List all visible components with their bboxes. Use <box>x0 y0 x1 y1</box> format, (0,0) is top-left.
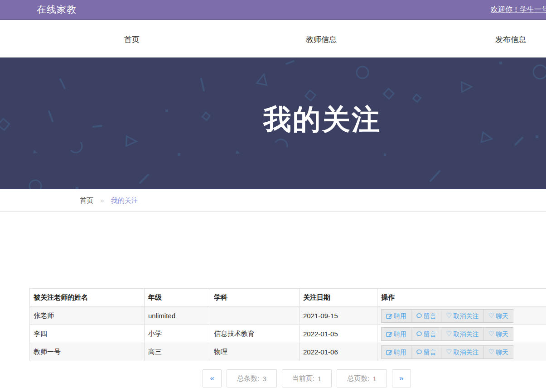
heart-icon: ♡ <box>446 349 452 355</box>
topbar: 在线家教 欢迎你！学生一号 <box>0 0 546 20</box>
main-nav: 首页 教师信息 发布信息 <box>0 21 546 57</box>
breadcrumb: 首页 » 我的关注 <box>80 196 138 205</box>
chat-button[interactable]: ♡ 聊天 <box>483 345 513 359</box>
hire-button[interactable]: 聘用 <box>381 327 411 341</box>
pagination-current-page: 当前页: 1 <box>282 369 332 387</box>
chat-button[interactable]: ♡ 聊天 <box>483 327 513 341</box>
hire-button[interactable]: 聘用 <box>381 345 411 359</box>
pagination: « 总条数: 3 当前页: 1 总页数: 1 » <box>29 369 546 387</box>
message-button[interactable]: 留言 <box>411 345 441 359</box>
nav-item-teacher-info[interactable]: 教师信息 <box>306 34 337 44</box>
nav-item-home[interactable]: 首页 <box>124 34 140 44</box>
col-header-subject: 学科 <box>210 289 300 307</box>
breadcrumb-separator: » <box>100 196 104 204</box>
cell-subject <box>210 307 300 325</box>
heart-icon: ♡ <box>488 349 494 355</box>
cell-grade: 高三 <box>145 343 210 361</box>
col-header-actions: 操作 <box>377 289 546 307</box>
chat-button[interactable]: ♡ 聊天 <box>483 309 513 323</box>
nav-item-publish-info[interactable]: 发布信息 <box>495 34 526 44</box>
table-row: 张老师 unlimited 2021-09-15 聘用 留言 <box>30 307 546 325</box>
pagination-next-button[interactable]: » <box>392 369 411 387</box>
edit-icon <box>386 313 392 319</box>
welcome-user-link[interactable]: 欢迎你！学生一号 <box>491 5 546 14</box>
heart-icon: ♡ <box>488 330 494 337</box>
message-button[interactable]: 留言 <box>411 309 441 323</box>
pagination-prev-button[interactable]: « <box>203 369 222 387</box>
pagination-total-pages: 总页数: 1 <box>337 369 387 387</box>
cell-teacher-name: 李四 <box>30 325 145 343</box>
table-header-row: 被关注老师的姓名 年级 学科 关注日期 操作 <box>30 289 546 307</box>
edit-icon <box>386 349 392 355</box>
follows-table-wrap: 被关注老师的姓名 年级 学科 关注日期 操作 张老师 unlimited 202… <box>29 288 546 361</box>
breadcrumb-home-link[interactable]: 首页 <box>80 196 93 204</box>
comment-icon <box>416 349 422 355</box>
col-header-teacher-name: 被关注老师的姓名 <box>30 289 145 307</box>
row-actions: 聘用 留言 ♡ 取消关注 ♡ 聊天 <box>381 327 513 341</box>
unfollow-button[interactable]: ♡ 取消关注 <box>441 345 483 359</box>
brand-title[interactable]: 在线家教 <box>37 3 77 16</box>
table-row: 教师一号 高三 物理 2022-01-06 聘用 留言 <box>30 343 546 361</box>
cell-follow-date: 2021-09-15 <box>300 307 377 325</box>
row-actions: 聘用 留言 ♡ 取消关注 ♡ 聊天 <box>381 345 513 359</box>
cell-follow-date: 2022-01-06 <box>300 343 377 361</box>
heart-icon: ♡ <box>488 312 494 319</box>
cell-teacher-name: 教师一号 <box>30 343 145 361</box>
row-actions: 聘用 留言 ♡ 取消关注 ♡ 聊天 <box>381 309 513 323</box>
cell-grade: unlimited <box>145 307 210 325</box>
comment-icon <box>416 331 422 337</box>
cell-teacher-name: 张老师 <box>30 307 145 325</box>
breadcrumb-bar: 首页 » 我的关注 <box>0 189 546 212</box>
message-button[interactable]: 留言 <box>411 327 441 341</box>
table-row: 李四 小学 信息技术教育 2022-01-05 聘用 留言 <box>30 325 546 343</box>
comment-icon <box>416 313 422 319</box>
pagination-total-items: 总条数: 3 <box>227 369 277 387</box>
heart-icon: ♡ <box>446 330 452 337</box>
hero-banner: 我的关注 <box>0 57 546 189</box>
cell-subject: 信息技术教育 <box>210 325 300 343</box>
col-header-grade: 年级 <box>145 289 210 307</box>
cell-subject: 物理 <box>210 343 300 361</box>
breadcrumb-current: 我的关注 <box>111 196 138 204</box>
hire-button[interactable]: 聘用 <box>381 309 411 323</box>
follows-table: 被关注老师的姓名 年级 学科 关注日期 操作 张老师 unlimited 202… <box>29 288 546 361</box>
col-header-follow-date: 关注日期 <box>300 289 377 307</box>
unfollow-button[interactable]: ♡ 取消关注 <box>441 309 483 323</box>
unfollow-button[interactable]: ♡ 取消关注 <box>441 327 483 341</box>
heart-icon: ♡ <box>446 312 452 319</box>
cell-follow-date: 2022-01-05 <box>300 325 377 343</box>
page-title: 我的关注 <box>263 100 381 139</box>
cell-grade: 小学 <box>145 325 210 343</box>
edit-icon <box>386 331 392 337</box>
